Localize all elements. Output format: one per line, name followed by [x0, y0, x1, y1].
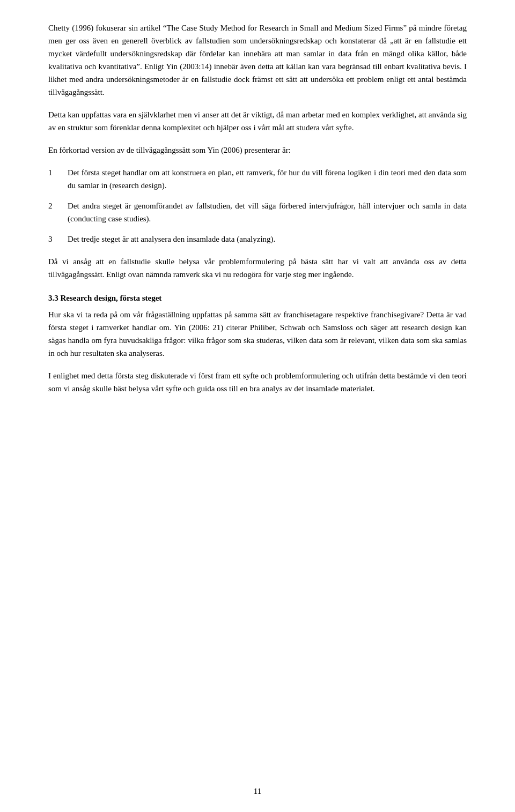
list-item-3: 3 Det tredje steget är att analysera den… [48, 233, 467, 245]
paragraph-2: Detta kan uppfattas vara en självklarhet… [48, 108, 467, 134]
list-number-3: 3 [48, 233, 68, 245]
section-paragraph-1: Hur ska vi ta reda på om vår frågaställn… [48, 308, 467, 360]
list-number-1: 1 [48, 166, 68, 179]
list-number-2: 2 [48, 199, 68, 212]
section-heading-3-3: 3.3 Research design, första steget [48, 294, 467, 303]
page: Chetty (1996) fokuserar sin artikel “The… [0, 0, 515, 812]
page-number: 11 [0, 787, 515, 796]
paragraph-1: Chetty (1996) fokuserar sin artikel “The… [48, 21, 467, 99]
paragraph-4: Då vi ansåg att en fallstudie skulle bel… [48, 255, 467, 281]
tillvagagangssatt-list: 1 Det första steget handlar om att konst… [48, 166, 467, 245]
paragraph-3: En förkortad version av de tillvägagångs… [48, 144, 467, 157]
section-paragraph-2: I enlighet med detta första steg diskute… [48, 369, 467, 395]
list-content-1: Det första steget handlar om att konstru… [68, 166, 467, 192]
list-content-2: Det andra steget är genomförandet av fal… [68, 199, 467, 225]
list-content-3: Det tredje steget är att analysera den i… [68, 233, 467, 245]
list-item-1: 1 Det första steget handlar om att konst… [48, 166, 467, 192]
list-item-2: 2 Det andra steget är genomförandet av f… [48, 199, 467, 225]
